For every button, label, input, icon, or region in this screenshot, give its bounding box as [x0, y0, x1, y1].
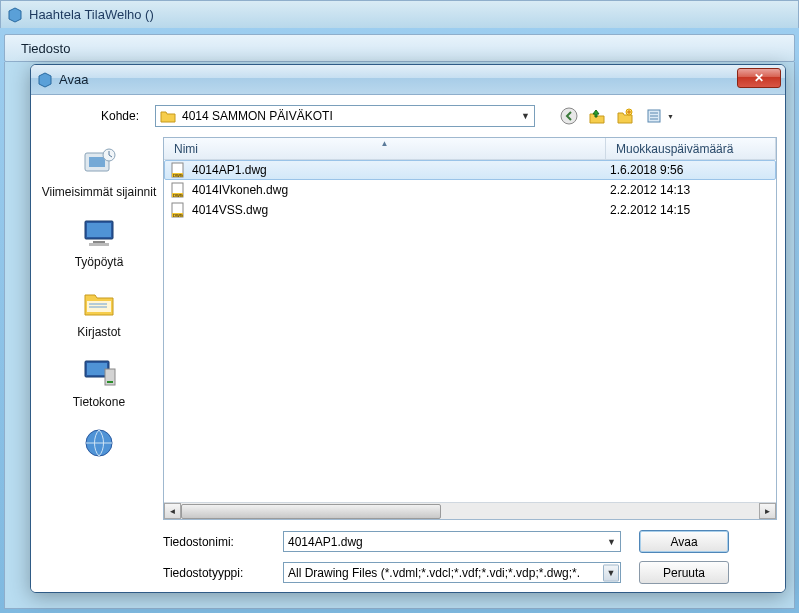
scroll-left-icon[interactable]: ◄ — [164, 503, 181, 519]
svg-rect-13 — [93, 241, 105, 243]
svg-rect-19 — [87, 363, 107, 375]
svg-rect-14 — [89, 243, 109, 246]
svg-marker-1 — [39, 73, 51, 87]
main-area: Viimeisimmät sijainnit Työpöytä Kirjasto… — [39, 137, 777, 584]
dialog-body: Kohde: 4014 SAMMON PÄIVÄKOTI ▼ — [31, 95, 785, 592]
libraries-icon — [79, 285, 119, 321]
nav-icons: ▼ — [559, 106, 677, 126]
app-icon — [7, 7, 23, 23]
svg-rect-12 — [87, 223, 111, 237]
look-in-label: Kohde: — [39, 109, 149, 123]
back-button[interactable] — [559, 106, 579, 126]
places-recent[interactable]: Viimeisimmät sijainnit — [39, 145, 159, 199]
desktop-icon — [79, 215, 119, 251]
menu-file[interactable]: Tiedosto — [15, 38, 76, 59]
bottom-controls: Tiedostonimi: 4014AP1.dwg ▼ Avaa Tiedost… — [163, 520, 777, 584]
up-one-level-button[interactable] — [587, 106, 607, 126]
filetype-select[interactable]: All Drawing Files (*.vdml;*.vdcl;*.vdf;*… — [283, 562, 621, 583]
svg-text:DWG: DWG — [173, 213, 183, 218]
network-icon — [79, 425, 119, 461]
places-libraries-label: Kirjastot — [77, 325, 120, 339]
chevron-down-icon: ▼ — [521, 111, 530, 121]
parent-titlebar: Haahtela TilaWelho () — [0, 0, 799, 28]
cancel-button[interactable]: Peruuta — [639, 561, 729, 584]
filename-input[interactable]: 4014AP1.dwg ▼ — [283, 531, 621, 552]
places-computer[interactable]: Tietokone — [39, 355, 159, 409]
chevron-down-icon: ▼ — [667, 113, 674, 120]
parent-menubar: Tiedosto — [4, 34, 795, 62]
chevron-down-icon: ▼ — [607, 537, 616, 547]
scroll-right-icon[interactable]: ► — [759, 503, 776, 519]
cancel-button-label: Peruuta — [663, 566, 705, 580]
close-icon: ✕ — [754, 71, 764, 85]
svg-rect-21 — [107, 381, 113, 383]
dwg-file-icon: DWG — [170, 202, 186, 218]
file-modified: 1.6.2018 9:56 — [600, 163, 770, 177]
column-header-name[interactable]: Nimi ▲ — [164, 138, 606, 159]
file-row[interactable]: DWG 4014IVkoneh.dwg 2.2.2012 14:13 — [164, 180, 776, 200]
horizontal-scrollbar[interactable]: ◄ ► — [164, 502, 776, 519]
file-name: 4014VSS.dwg — [192, 203, 600, 217]
places-computer-label: Tietokone — [73, 395, 125, 409]
dwg-file-icon: DWG — [170, 162, 186, 178]
file-rows: DWG 4014AP1.dwg 1.6.2018 9:56 DWG 4014IV… — [164, 160, 776, 502]
close-button[interactable]: ✕ — [737, 68, 781, 88]
places-network[interactable] — [39, 425, 159, 465]
look-in-value: 4014 SAMMON PÄIVÄKOTI — [182, 109, 333, 123]
dialog-icon — [37, 72, 53, 88]
filename-value: 4014AP1.dwg — [288, 535, 363, 549]
open-file-dialog: Avaa ✕ Kohde: 4014 SAMMON PÄIVÄKOTI ▼ — [30, 64, 786, 593]
scrollbar-thumb[interactable] — [181, 504, 441, 519]
column-header-name-label: Nimi — [174, 142, 198, 156]
file-name: 4014IVkoneh.dwg — [192, 183, 600, 197]
parent-title: Haahtela TilaWelho () — [29, 7, 154, 22]
look-in-combobox[interactable]: 4014 SAMMON PÄIVÄKOTI ▼ — [155, 105, 535, 127]
svg-text:DWG: DWG — [173, 173, 183, 178]
file-panel: Nimi ▲ Muokkauspäivämäärä DWG 4014AP1. — [163, 137, 777, 584]
open-button[interactable]: Avaa — [639, 530, 729, 553]
svg-marker-0 — [9, 8, 21, 22]
dialog-title: Avaa — [59, 72, 88, 87]
look-in-row: Kohde: 4014 SAMMON PÄIVÄKOTI ▼ — [39, 103, 777, 137]
scrollbar-track[interactable] — [181, 503, 759, 519]
computer-icon — [79, 355, 119, 391]
filetype-value: All Drawing Files (*.vdml;*.vdcl;*.vdf;*… — [288, 566, 580, 580]
file-modified: 2.2.2012 14:15 — [600, 203, 770, 217]
places-recent-label: Viimeisimmät sijainnit — [42, 185, 156, 199]
dwg-file-icon: DWG — [170, 182, 186, 198]
svg-point-2 — [561, 108, 577, 124]
places-desktop-label: Työpöytä — [75, 255, 124, 269]
new-folder-button[interactable] — [615, 106, 635, 126]
filetype-label: Tiedostotyyppi: — [163, 566, 283, 580]
column-header-modified-label: Muokkauspäivämäärä — [616, 142, 733, 156]
file-row[interactable]: DWG 4014AP1.dwg 1.6.2018 9:56 — [164, 160, 776, 180]
dialog-titlebar: Avaa ✕ — [31, 65, 785, 95]
places-bar: Viimeisimmät sijainnit Työpöytä Kirjasto… — [39, 137, 159, 584]
svg-text:DWG: DWG — [173, 193, 183, 198]
chevron-down-icon: ▼ — [603, 564, 619, 581]
folder-icon — [160, 108, 176, 124]
recent-places-icon — [79, 145, 119, 181]
file-name: 4014AP1.dwg — [192, 163, 600, 177]
sort-ascending-icon: ▲ — [381, 139, 389, 148]
filetype-row: Tiedostotyyppi: All Drawing Files (*.vdm… — [163, 561, 777, 584]
file-list: Nimi ▲ Muokkauspäivämäärä DWG 4014AP1. — [163, 137, 777, 520]
svg-rect-9 — [89, 157, 105, 167]
column-header-modified[interactable]: Muokkauspäivämäärä — [606, 138, 776, 159]
filename-row: Tiedostonimi: 4014AP1.dwg ▼ Avaa — [163, 530, 777, 553]
file-row[interactable]: DWG 4014VSS.dwg 2.2.2012 14:15 — [164, 200, 776, 220]
places-libraries[interactable]: Kirjastot — [39, 285, 159, 339]
filename-label: Tiedostonimi: — [163, 535, 283, 549]
view-menu-button[interactable]: ▼ — [643, 106, 677, 126]
column-headers: Nimi ▲ Muokkauspäivämäärä — [164, 138, 776, 160]
open-button-label: Avaa — [670, 535, 697, 549]
file-modified: 2.2.2012 14:13 — [600, 183, 770, 197]
places-desktop[interactable]: Työpöytä — [39, 215, 159, 269]
